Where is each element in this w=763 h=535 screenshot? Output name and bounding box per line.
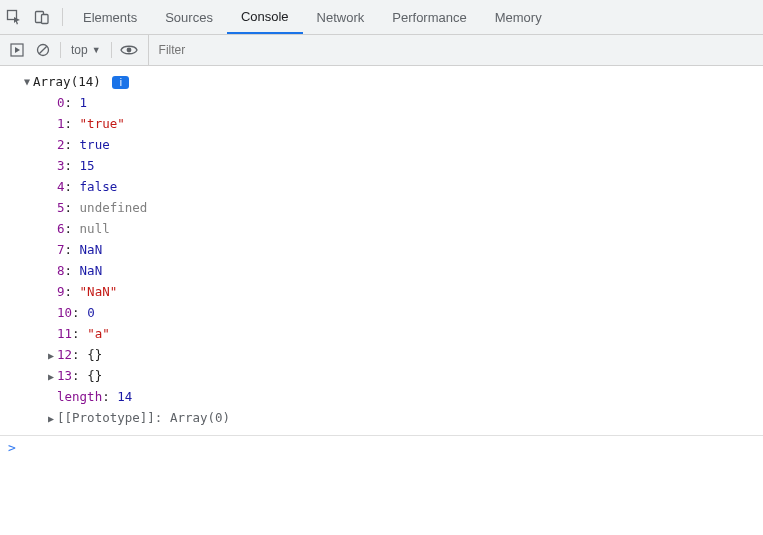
entry-index: 12 (57, 347, 72, 362)
entry-index: 8 (57, 263, 65, 278)
eye-icon[interactable] (116, 35, 142, 65)
array-entry: 7: NaN (46, 240, 763, 261)
inspect-element-icon[interactable] (0, 0, 28, 34)
entry-value: "NaN" (80, 284, 118, 299)
prototype-row[interactable]: ▶[[Prototype]]: Array(0) (46, 408, 763, 429)
entry-value: NaN (80, 263, 103, 278)
entry-value: "true" (80, 116, 125, 131)
subbar-separator (60, 42, 61, 58)
disclosure-triangle-right-icon[interactable]: ▶ (46, 367, 56, 387)
array-entry: 6: null (46, 219, 763, 240)
array-entry: 4: false (46, 177, 763, 198)
chevron-down-icon: ▼ (92, 45, 101, 55)
disclosure-triangle-down-icon[interactable]: ▼ (22, 72, 32, 92)
prototype-value: Array(0) (170, 410, 230, 425)
info-badge-icon[interactable]: i (112, 76, 129, 89)
entry-index: 11 (57, 326, 72, 341)
devtools-tabs: ElementsSourcesConsoleNetworkPerformance… (69, 0, 556, 34)
length-label: length (57, 389, 102, 404)
entry-index: 10 (57, 305, 72, 320)
devtools-toolbar: ElementsSourcesConsoleNetworkPerformance… (0, 0, 763, 35)
disclosure-triangle-right-icon[interactable]: ▶ (46, 346, 56, 366)
array-entry[interactable]: ▶13: {} (46, 366, 763, 387)
svg-line-5 (39, 46, 47, 54)
array-entry: 11: "a" (46, 324, 763, 345)
console-output: ▼Array(14) i 0: 1 1: "true" 2: true 3: 1… (0, 66, 763, 429)
svg-rect-2 (42, 15, 49, 24)
tab-network[interactable]: Network (303, 0, 379, 34)
execute-icon[interactable] (4, 35, 30, 65)
tab-performance[interactable]: Performance (378, 0, 480, 34)
array-entry: 3: 15 (46, 156, 763, 177)
entry-index: 1 (57, 116, 65, 131)
entry-index: 13 (57, 368, 72, 383)
entry-value: false (80, 179, 118, 194)
entry-value: 0 (87, 305, 95, 320)
array-entry: 1: "true" (46, 114, 763, 135)
clear-console-icon[interactable] (30, 35, 56, 65)
device-toggle-icon[interactable] (28, 0, 56, 34)
entry-value: null (80, 221, 110, 236)
tab-memory[interactable]: Memory (481, 0, 556, 34)
array-entry: 8: NaN (46, 261, 763, 282)
entry-index: 6 (57, 221, 65, 236)
tab-elements[interactable]: Elements (69, 0, 151, 34)
tab-sources[interactable]: Sources (151, 0, 227, 34)
entry-value: 15 (80, 158, 95, 173)
array-entry[interactable]: ▶12: {} (46, 345, 763, 366)
array-header-row[interactable]: ▼Array(14) i (22, 72, 763, 93)
tab-console[interactable]: Console (227, 0, 303, 34)
svg-point-6 (126, 48, 131, 53)
entry-value: 1 (80, 95, 88, 110)
console-subtoolbar: top ▼ (0, 35, 763, 66)
entry-index: 4 (57, 179, 65, 194)
prompt-caret-icon: > (8, 440, 16, 455)
disclosure-triangle-right-icon[interactable]: ▶ (46, 409, 56, 429)
entry-value: "a" (87, 326, 110, 341)
filter-container (148, 35, 763, 65)
prototype-label: [[Prototype]] (57, 410, 155, 425)
entry-index: 0 (57, 95, 65, 110)
filter-input[interactable] (149, 35, 763, 65)
execution-context-selector[interactable]: top ▼ (65, 43, 107, 57)
entry-value: true (80, 137, 110, 152)
array-entry: 2: true (46, 135, 763, 156)
console-prompt[interactable]: > (0, 435, 763, 455)
context-label: top (71, 43, 88, 57)
toolbar-separator (62, 8, 63, 26)
entry-index: 2 (57, 137, 65, 152)
length-value: 14 (117, 389, 132, 404)
length-row: length: 14 (46, 387, 763, 408)
entry-index: 9 (57, 284, 65, 299)
entry-value: {} (87, 347, 102, 362)
entry-value: undefined (80, 200, 148, 215)
entry-index: 5 (57, 200, 65, 215)
array-entry: 5: undefined (46, 198, 763, 219)
array-entry: 9: "NaN" (46, 282, 763, 303)
entry-index: 3 (57, 158, 65, 173)
array-entry: 10: 0 (46, 303, 763, 324)
subbar-separator (111, 42, 112, 58)
array-header-text: Array(14) (33, 74, 101, 89)
entry-value: {} (87, 368, 102, 383)
array-entry: 0: 1 (46, 93, 763, 114)
entry-value: NaN (80, 242, 103, 257)
entry-index: 7 (57, 242, 65, 257)
